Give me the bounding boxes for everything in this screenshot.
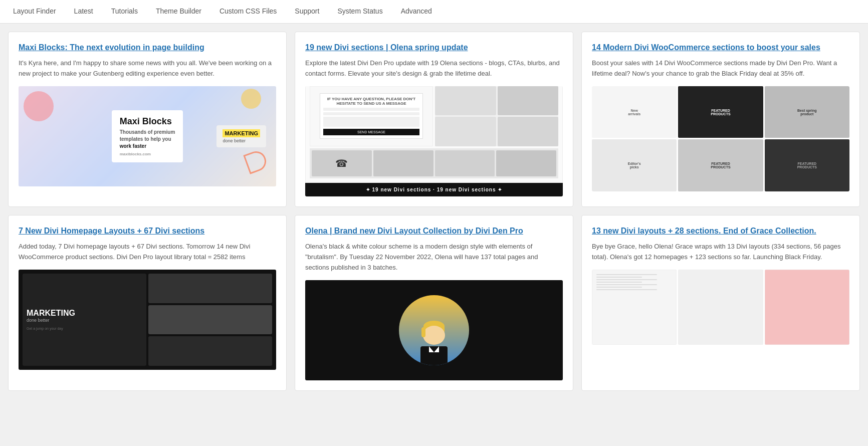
card-homepage-layouts: 7 New Divi Homepage Layouts + 67 Divi se… — [8, 215, 287, 391]
card-title-divi-sections[interactable]: 19 new Divi sections | Olena spring upda… — [305, 42, 563, 53]
nav-tab-support[interactable]: Support — [286, 0, 328, 23]
card-title-woocommerce[interactable]: 14 Modern Divi WooCommerce sections to b… — [592, 42, 849, 53]
card-desc-olena-collection: Olena's black & white colour scheme is a… — [305, 242, 563, 273]
card-grace-collection: 13 new Divi layouts + 28 sections. End o… — [581, 215, 860, 391]
nav-tab-system-status[interactable]: System Status — [328, 0, 391, 23]
card-image-woocommerce: Newarrivals FEATUREDPRODUCTS Best spring… — [592, 86, 849, 191]
card-divi-sections: 19 new Divi sections | Olena spring upda… — [295, 32, 573, 207]
content-grid: Maxi Blocks: The next evolution in page … — [0, 24, 868, 399]
nav-tab-theme-builder[interactable]: Theme Builder — [147, 0, 210, 23]
card-title-olena-collection[interactable]: Olena | Brand new Divi Layout Collection… — [305, 226, 563, 237]
card-desc-divi-sections: Explore the latest Divi Den Pro update w… — [305, 58, 563, 79]
card-title-homepage-layouts[interactable]: 7 New Divi Homepage Layouts + 67 Divi se… — [19, 226, 276, 237]
nav-tab-advanced[interactable]: Advanced — [392, 0, 441, 23]
nav-tab-custom-css-files[interactable]: Custom CSS Files — [210, 0, 286, 23]
card-desc-woocommerce: Boost your sales with 14 Divi WooCommerc… — [592, 58, 849, 79]
card-title-maxi-blocks[interactable]: Maxi Blocks: The next evolution in page … — [19, 42, 276, 53]
nav-tab-latest[interactable]: Latest — [65, 0, 102, 23]
nav-bar: Layout FinderLatestTutorialsTheme Builde… — [0, 0, 868, 24]
card-image-divi-sections: IF YOU HAVE ANY QUESTION, PLEASE DON'THE… — [305, 86, 563, 196]
card-image-olena-collection — [305, 280, 563, 380]
card-woocommerce: 14 Modern Divi WooCommerce sections to b… — [581, 32, 860, 207]
card-desc-grace-collection: Bye bye Grace, hello Olena! Grace wraps … — [592, 242, 849, 263]
card-title-grace-collection[interactable]: 13 new Divi layouts + 28 sections. End o… — [592, 226, 849, 237]
nav-tab-layout-finder[interactable]: Layout Finder — [4, 0, 65, 23]
card-image-maxi-blocks: Maxi Blocks Thousands of premiumtemplate… — [19, 86, 276, 186]
card-olena-collection: Olena | Brand new Divi Layout Collection… — [295, 215, 573, 391]
card-maxi-blocks: Maxi Blocks: The next evolution in page … — [8, 32, 287, 207]
card-image-grace-collection — [592, 270, 849, 345]
card-desc-homepage-layouts: Added today, 7 Divi homepage layouts + 6… — [19, 242, 276, 263]
card-image-homepage-layouts: MARKETING done better Get a jump on your… — [19, 270, 276, 370]
card-desc-maxi-blocks: It's Kyra here, and I'm happy to share s… — [19, 58, 276, 79]
nav-tab-tutorials[interactable]: Tutorials — [102, 0, 147, 23]
